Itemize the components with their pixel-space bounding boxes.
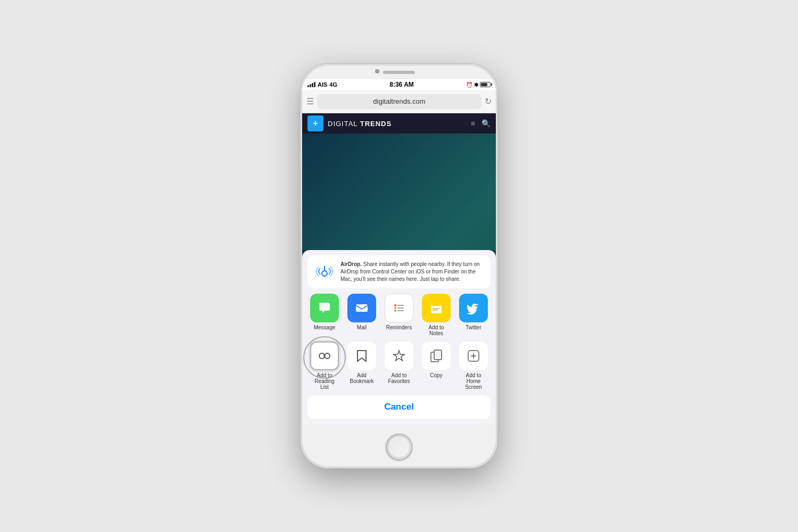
action-icons-row: Add to Reading List Add Bookmark [302,339,496,395]
signal-bars [307,82,315,87]
message-app-label: Message [314,325,336,330]
home-button-inner [388,436,410,458]
status-right: ⏰ ✱ [466,82,491,88]
favorites-icon-box[interactable] [385,342,413,370]
svg-point-5 [394,304,396,306]
url-text: digitaltrends.com [373,97,425,105]
favorites-label: Add to Favorites [385,372,413,384]
nav-search-icon[interactable]: 🔍 [481,119,491,128]
svg-point-0 [322,271,327,276]
copy-item[interactable]: Copy [422,342,451,390]
home-screen-icon-box[interactable] [459,342,488,370]
refresh-icon[interactable]: ↻ [485,96,492,106]
airdrop-icon [314,261,335,282]
reminders-app-label: Reminders [386,325,412,330]
site-logo: + [307,115,323,131]
battery-fill [481,83,487,86]
copy-label: Copy [430,372,442,378]
mail-app-label: Mail [357,325,367,330]
notes-app-icon[interactable] [422,294,451,322]
share-sheet: AirDrop. Share instantly with people nea… [302,250,496,424]
twitter-app-item[interactable]: Twitter [459,294,488,336]
airdrop-title: AirDrop. [340,261,362,267]
silent-switch [298,109,301,120]
twitter-app-label: Twitter [466,325,481,330]
url-bar[interactable]: digitaltrends.com [317,94,481,109]
phone-screen-area: AIS 4G 8:36 AM ⏰ ✱ ☰ digitaltrends.com [302,65,496,467]
home-screen-item[interactable]: Add to Home Screen [459,342,488,390]
mail-app-item[interactable]: Mail [347,294,376,336]
site-title: DIGITAL TRENDS [328,120,392,128]
bluetooth-icon: ✱ [474,82,478,88]
site-title-bold: TRENDS [360,120,392,128]
site-nav: ≡ 🔍 [471,119,491,128]
site-title-light: DIGITAL [328,120,360,128]
screen: AIS 4G 8:36 AM ⏰ ✱ ☰ digitaltrends.com [302,79,496,424]
signal-bar-1 [307,85,309,87]
nav-menu-icon[interactable]: ≡ [471,119,475,128]
status-left: AIS 4G [307,81,337,88]
mail-app-icon[interactable] [347,294,376,322]
cancel-button[interactable]: Cancel [307,395,491,419]
alarm-icon: ⏰ [466,82,472,88]
website-content: + DIGITAL TRENDS ≡ 🔍 TOP TECH [302,113,496,424]
app-icons-row: Message Mail [302,288,496,339]
status-bar: AIS 4G 8:36 AM ⏰ ✱ [302,79,496,90]
twitter-app-icon[interactable] [459,294,488,322]
cancel-label: Cancel [384,402,414,412]
power-button [497,133,500,160]
svg-rect-3 [356,304,368,312]
bookmark-icon-box[interactable] [347,342,376,370]
svg-rect-21 [434,350,442,360]
earpiece-speaker [383,71,415,74]
airdrop-description: Share instantly with people nearby. If t… [340,261,480,282]
signal-bar-2 [310,84,311,87]
reminders-app-item[interactable]: Reminders [385,294,413,336]
phone-device: AIS 4G 8:36 AM ⏰ ✱ ☰ digitaltrends.com [301,64,497,468]
svg-point-6 [394,307,396,309]
home-screen-label: Add to Home Screen [459,372,488,390]
airdrop-text: AirDrop. Share instantly with people nea… [340,261,484,283]
share-sheet-panel: AirDrop. Share instantly with people nea… [302,250,496,424]
front-camera [375,69,379,73]
hamburger-icon[interactable]: ☰ [306,96,314,106]
svg-point-7 [394,310,396,312]
airdrop-section: AirDrop. Share instantly with people nea… [307,255,491,288]
reading-list-label: Add to Reading List [310,372,339,390]
notes-app-label: Add to Notes [422,325,451,336]
volume-down-button [298,150,301,167]
bookmark-label: Add Bookmark [347,372,376,384]
home-button[interactable] [386,434,412,460]
reading-list-item[interactable]: Add to Reading List [310,342,339,390]
logo-symbol: + [313,119,318,128]
signal-bar-4 [314,82,315,87]
message-app-item[interactable]: Message [310,294,339,336]
network-label: 4G [329,81,337,88]
message-app-icon[interactable] [310,294,339,322]
volume-up-button [298,128,301,145]
site-header: + DIGITAL TRENDS ≡ 🔍 [302,113,496,134]
phone-top-bar [302,65,496,79]
reading-list-icon-box[interactable] [310,342,339,370]
time-display: 8:36 AM [389,81,414,88]
battery-indicator [480,82,491,87]
address-bar[interactable]: ☰ digitaltrends.com ↻ [302,90,496,113]
favorites-item[interactable]: Add to Favorites [385,342,413,390]
reminders-app-icon[interactable] [385,294,413,322]
bookmark-item[interactable]: Add Bookmark [347,342,376,390]
svg-rect-13 [431,303,442,306]
signal-bar-3 [312,83,313,87]
carrier-label: AIS [318,81,327,88]
notes-app-item[interactable]: Add to Notes [422,294,451,336]
copy-icon-box[interactable] [422,342,451,370]
